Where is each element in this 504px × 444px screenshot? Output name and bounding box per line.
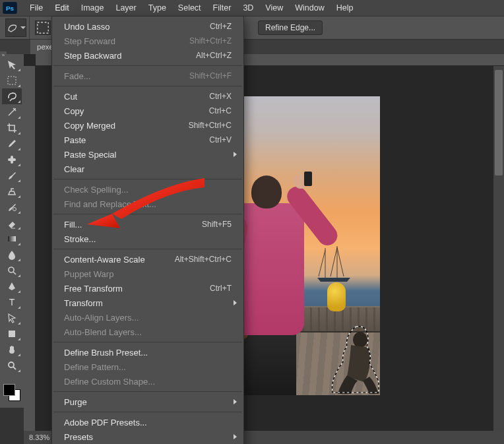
menu-item-shortcut: Ctrl+T [210,284,232,293]
eraser-tool[interactable] [2,215,22,231]
menu-separator [53,179,242,179]
flyout-indicator-icon [18,354,20,356]
menu-file[interactable]: File [24,0,49,16]
menu-bar: Ps FileEditImageLayerTypeSelectFilter3DV… [0,0,504,16]
menu-item-shortcut: Alt+Ctrl+Z [196,51,232,60]
ruler-vertical [24,66,36,431]
hand-tool[interactable] [2,342,22,358]
menu-item-shortcut: Alt+Shift+Ctrl+C [175,255,232,264]
lasso-tool[interactable] [2,88,22,104]
type-tool[interactable]: T [2,294,22,310]
menu-separator [53,249,242,249]
menu-item-shortcut: Ctrl+C [209,106,232,115]
flyout-indicator-icon [18,306,20,309]
menu-item-clear[interactable]: Clear [52,162,243,176]
menu-item-free-transform[interactable]: Free TransformCtrl+T [52,281,243,296]
refine-edge-button[interactable]: Refine Edge... [258,20,323,35]
menu-item-shortcut: Ctrl+X [209,92,232,101]
svg-point-14 [9,362,14,367]
submenu-arrow-icon [234,300,237,305]
eyedropper-tool[interactable] [2,136,22,152]
menu-item-transform[interactable]: Transform [52,296,243,310]
menu-item-define-brush-preset[interactable]: Define Brush Preset... [52,345,243,360]
svg-text:T: T [9,297,15,307]
menu-item-label: Content-Aware Scale [64,255,175,265]
pen-tool[interactable] [2,278,22,294]
menu-separator [53,342,242,342]
flyout-indicator-icon [18,211,20,214]
menu-item-shortcut: Shift+Ctrl+C [189,121,232,130]
magic-wand-tool[interactable] [2,104,22,120]
menu-item-content-aware-scale[interactable]: Content-Aware ScaleAlt+Shift+Ctrl+C [52,252,243,267]
menu-item-shortcut: Ctrl+Z [210,22,232,31]
svg-rect-8 [11,156,13,164]
panel-flyout-handle[interactable]: » [0,51,7,59]
brush-tool[interactable] [2,168,22,183]
menu-item-copy-merged[interactable]: Copy MergedShift+Ctrl+C [52,118,243,133]
menu-item-label: Clear [64,164,232,174]
edit-menu-dropdown: Undo LassoCtrl+ZStep ForwardShift+Ctrl+Z… [51,16,244,444]
svg-line-18 [331,247,337,276]
menu-item-shortcut: Shift+Ctrl+F [189,71,232,80]
healing-brush-tool[interactable] [2,152,22,168]
menu-item-cut[interactable]: CutCtrl+X [52,89,243,104]
menu-separator [53,214,242,214]
color-swatches[interactable] [2,383,22,402]
menu-item-label: Check Spelling... [64,185,232,195]
clone-stamp-tool[interactable] [2,183,22,199]
dodge-tool[interactable] [2,263,22,278]
menu-view[interactable]: View [259,0,289,16]
shape-tool[interactable] [2,326,22,342]
zoom-level[interactable]: 8.33% [29,433,49,441]
chevron-down-icon [20,26,26,29]
flyout-indicator-icon [18,290,20,293]
current-tool-swatch[interactable] [5,18,26,37]
submenu-arrow-icon [234,434,237,439]
menu-item-adobe-pdf-presets[interactable]: Adobe PDF Presets... [52,415,243,429]
menu-item-label: Presets [64,432,232,442]
menu-item-copy[interactable]: CopyCtrl+C [52,104,243,118]
submenu-arrow-icon [234,152,237,157]
photo-sailboat [311,245,357,286]
selection-new-icon[interactable] [35,20,51,35]
move-tool[interactable] [2,57,22,73]
marquee-tool[interactable] [2,73,22,88]
menu-type[interactable]: Type [142,0,172,16]
vertical-scrollbar[interactable] [493,66,504,431]
menu-item-stroke[interactable]: Stroke... [52,232,243,246]
menu-help[interactable]: Help [331,0,360,16]
menu-item-define-custom-shape: Define Custom Shape... [52,374,243,389]
scrollbar-thumb[interactable] [495,70,503,175]
menu-item-shortcut: Ctrl+V [209,135,232,144]
menu-item-puppet-warp: Puppet Warp [52,267,243,281]
history-brush-tool[interactable] [2,199,22,215]
menu-filter[interactable]: Filter [207,0,237,16]
menu-item-purge[interactable]: Purge [52,395,243,409]
foreground-color-swatch[interactable] [3,384,15,396]
menu-item-undo-lasso[interactable]: Undo LassoCtrl+Z [52,19,243,34]
menu-edit[interactable]: Edit [49,0,75,16]
crop-tool[interactable] [2,120,22,136]
flyout-indicator-icon [18,164,20,166]
menu-window[interactable]: Window [289,0,330,16]
menu-item-paste[interactable]: PasteCtrl+V [52,133,243,147]
svg-rect-13 [9,331,15,337]
flyout-indicator-icon [18,100,20,103]
menu-image[interactable]: Image [75,0,110,16]
menu-item-step-backward[interactable]: Step BackwardAlt+Ctrl+Z [52,48,243,63]
flyout-indicator-icon [18,132,20,135]
svg-rect-5 [8,77,16,84]
menu-item-paste-special[interactable]: Paste Special [52,147,243,162]
menu-item-presets[interactable]: Presets [52,429,243,444]
menu-select[interactable]: Select [172,0,207,16]
path-selection-tool[interactable] [2,310,22,326]
menu-item-fill[interactable]: Fill...Shift+F5 [52,217,243,232]
blur-tool[interactable] [2,247,22,263]
flyout-indicator-icon [18,243,20,245]
flyout-indicator-icon [18,369,20,372]
gradient-tool[interactable] [2,231,22,247]
menu-3d[interactable]: 3D [237,0,259,16]
menu-layer[interactable]: Layer [110,0,142,16]
toolbox: T [0,54,24,408]
zoom-tool[interactable] [2,358,22,373]
